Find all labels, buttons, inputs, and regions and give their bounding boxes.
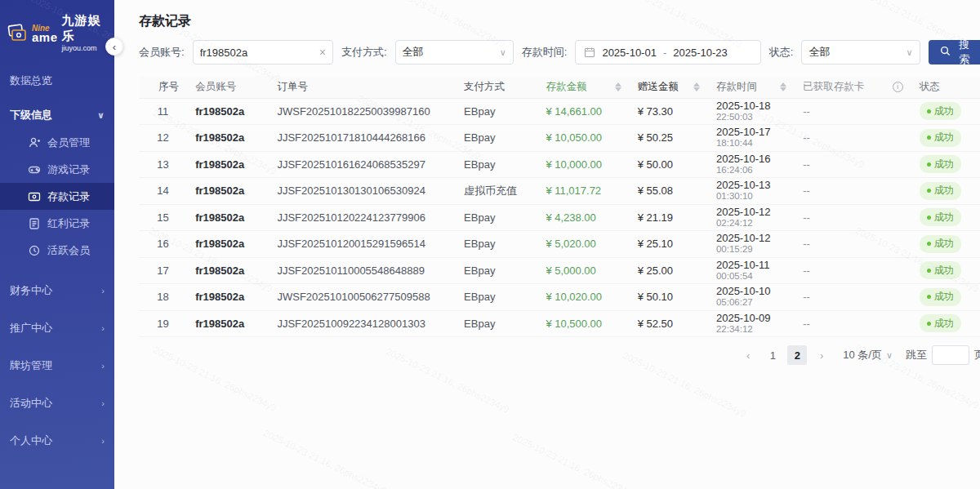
cell-order: JJSF202510161624068535297 [269,151,456,178]
logo-ame-text: ame [32,33,58,42]
clear-input-icon[interactable]: × [319,47,326,58]
sidebar-item-label: 牌坊管理 [10,358,52,373]
sidebar-item-label: 活动中心 [10,396,52,411]
bank-card-icon [28,190,41,203]
sidebar-item-archway-management[interactable]: 牌坊管理 › [0,350,114,381]
sidebar-item-data-overview[interactable]: 数据总览 [0,69,114,93]
table-row: 18fr198502aJWSF202510100506277509588EBpa… [139,284,980,311]
sidebar-collapse-button[interactable]: ‹ [105,38,123,56]
deposit-clock-time: 00:15:29 [716,244,786,255]
sidebar-group-subordinate-info[interactable]: 下级信息 ∨ [0,101,114,129]
sidebar-item-activity-center[interactable]: 活动中心 › [0,388,114,419]
cell-account: fr198502a [187,151,269,178]
deposit-table: 序号 会员账号 订单号 支付方式 存款金额 赠送金额 存款时间 [139,76,980,337]
sidebar-item-deposit-records[interactable]: 存款记录 [0,183,114,210]
cell-no: 19 [139,310,187,337]
cell-deposit-amount: ¥ 4,238.00 [537,204,629,231]
cell-gift-amount: ¥ 25.10 [630,231,708,258]
cell-method: EBpay [456,231,537,258]
sidebar-item-personal-center[interactable]: 个人中心 › [0,425,114,456]
cell-deposit-time: 2025-10-1202:24:12 [708,204,795,231]
account-input[interactable] [200,47,306,59]
status-dot-icon [927,322,931,326]
account-filter-label: 会员账号: [139,45,185,60]
table-row: 19fr198502aJJSF202510092234128001303EBpa… [139,310,980,337]
cell-method: EBpay [456,151,537,178]
deposit-date: 2025-10-17 [716,127,786,138]
cell-no: 18 [139,284,187,311]
sort-icon[interactable] [693,82,700,91]
cell-method: EBpay [456,257,537,284]
column-header-time: 存款时间 [708,76,795,98]
cell-deposit-amount: ¥ 11,017.72 [537,178,629,205]
sidebar: Nine ame 九游娱乐 jiuyou.com 数据总览 下级信息 ∨ 会员管… [0,0,114,489]
sidebar-item-active-members[interactable]: 活跃会员 [0,237,114,264]
cell-deposit-time: 2025-10-1822:50:03 [708,98,795,125]
cell-deposit-time: 2025-10-1200:15:29 [708,231,795,258]
prev-page-button[interactable]: ‹ [738,345,758,365]
jump-to-page: 跳至 页 [906,345,980,365]
chevron-right-icon: › [101,398,105,408]
status-badge: 成功 [920,235,961,253]
sidebar-item-member-management[interactable]: 会员管理 [0,129,114,156]
sidebar-item-promotion-center[interactable]: 推广中心 › [0,313,114,344]
column-header-label: 存款时间 [716,80,757,94]
column-header-account: 会员账号 [187,76,269,98]
cell-deposit-time: 2025-10-0922:34:12 [708,310,795,337]
column-header-amount: 存款金额 [537,76,629,98]
deposit-date: 2025-10-11 [716,260,786,271]
status-label: 成功 [934,237,954,251]
sidebar-item-bonus-records[interactable]: 红利记录 [0,210,114,237]
chevron-right-icon: › [101,361,105,371]
payment-select[interactable]: 全部 ∨ [395,40,514,64]
cell-method: EBpay [456,98,537,125]
status-badge: 成功 [920,261,961,279]
cell-status: 成功 [911,151,980,178]
cell-deposit-time: 2025-10-1718:10:44 [708,125,795,152]
cell-method: 虚拟币充值 [456,178,537,205]
sort-icon[interactable] [780,82,786,91]
page-size-select[interactable]: 10 条/页 ∨ [843,348,893,362]
page-size-value: 10 条/页 [843,348,882,362]
info-icon[interactable]: i [893,82,903,92]
time-filter-label: 存款时间: [522,45,568,60]
logo-cards-icon [7,22,28,43]
pagination: ‹ 1 2 › 10 条/页 ∨ 跳至 页 [139,345,980,365]
column-header-card: 已获取存款卡 i [795,76,911,98]
date-range-picker[interactable]: 2025-10-01 - 2025-10-23 [575,40,760,64]
column-header-label: 赠送金额 [638,80,679,94]
jump-label: 跳至 [906,348,927,362]
next-page-button[interactable]: › [812,345,831,365]
logo-brand-block: 九游娱乐 jiuyou.com [62,13,108,52]
search-button[interactable]: 搜索 [929,40,980,64]
cell-status: 成功 [911,310,980,337]
cell-deposit-card: -- [795,125,911,152]
sidebar-item-game-records[interactable]: 游戏记录 [0,156,114,183]
page-button-1[interactable]: 1 [763,345,782,365]
sidebar-item-finance-center[interactable]: 财务中心 › [0,275,114,306]
table-row: 16fr198502aJJSF202510120015291596514EBpa… [139,231,980,258]
table-row: 12fr198502aJJSF202510171810444268166EBpa… [139,125,980,152]
deposit-date: 2025-10-10 [716,286,786,297]
cell-account: fr198502a [187,257,269,284]
deposit-date: 2025-10-12 [716,233,786,244]
sidebar-item-label: 存款记录 [47,189,90,204]
cell-method: EBpay [456,125,537,152]
cell-status: 成功 [911,257,980,284]
cell-order: JJSF202510120224123779906 [269,204,456,231]
cell-no: 12 [139,125,187,152]
page-button-2[interactable]: 2 [787,345,807,365]
cell-method: EBpay [456,204,537,231]
jump-page-input[interactable] [932,345,969,365]
deposit-date: 2025-10-18 [716,100,786,112]
status-badge: 成功 [920,155,961,173]
status-select[interactable]: 全部 ∨ [801,40,920,64]
cell-deposit-card: -- [795,257,911,284]
status-label: 成功 [934,290,954,304]
status-badge: 成功 [920,182,961,200]
sidebar-item-label: 个人中心 [10,433,52,448]
cell-order: JJSF202510171810444268166 [269,125,456,152]
status-label: 成功 [934,264,954,278]
sort-icon[interactable] [615,82,621,91]
cell-gift-amount: ¥ 73.30 [630,98,708,125]
